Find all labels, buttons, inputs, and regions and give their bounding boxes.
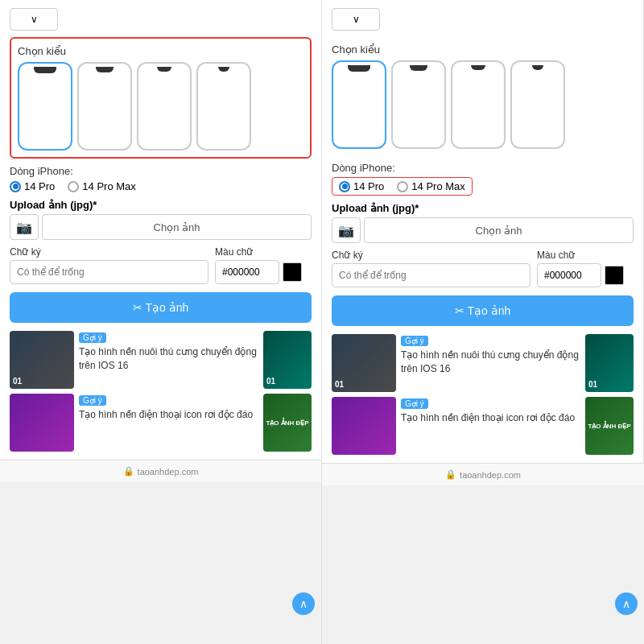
blog-content-0-right: Gợi ý Tạo hình nền nuôi thú cưng chuyển … (401, 334, 580, 392)
mau-chu-input-left[interactable] (215, 260, 279, 284)
radio-circle-14promax-left (68, 181, 79, 192)
radio-group-right-wrapper: 14 Pro 14 Pro Max (332, 177, 634, 196)
phone-frame-2-left[interactable] (137, 62, 192, 151)
create-btn-left[interactable]: ✂ Tạo ảnh (10, 292, 312, 323)
blog-tag-0-left: Gợi ý (79, 332, 106, 343)
phone-frame-0-right[interactable] (332, 60, 386, 149)
thumb-label-0-left: 01 (13, 377, 22, 386)
chon-kieu-label-left: Chọn kiểu (18, 45, 303, 57)
camera-btn-right[interactable]: 📷 (332, 217, 361, 243)
lock-icon-left: 🔒 (123, 466, 134, 477)
footer-url-right: taoanhdep.com (460, 470, 521, 480)
footer-right: 🔒 taoanhdep.com (322, 463, 644, 485)
blog-row-1-left: Gợi ý Tạo hình nền điện thoại icon rơi đ… (10, 394, 312, 452)
radio-circle-14promax-right (397, 181, 408, 192)
scroll-top-btn-left[interactable]: ∧ (292, 592, 315, 615)
dropdown-right[interactable]: ∨ (332, 8, 380, 31)
blog-thumb-1-left[interactable] (10, 394, 74, 452)
dong-iphone-label-right: Dòng iPhone: (332, 162, 634, 174)
phone-notch-2-left (157, 67, 171, 72)
create-btn-label-right: ✂ Tạo ảnh (455, 304, 510, 317)
radio-circle-14pro-right (339, 181, 350, 192)
phone-notch-0-right (348, 65, 370, 72)
footer-left: 🔒 taoanhdep.com (0, 460, 321, 482)
footer-url-left: taoanhdep.com (138, 467, 199, 477)
blog-tag-1-left: Gợi ý (79, 395, 106, 406)
radio-14promax-left[interactable]: 14 Pro Max (68, 180, 135, 192)
choose-photo-btn-left[interactable]: Chọn ảnh (42, 214, 312, 240)
phone-notch-3-left (218, 67, 229, 72)
blog-thumb-right-0-left[interactable]: 01 (263, 331, 312, 389)
blog-title-0-right[interactable]: Tạo hình nền nuôi thú cưng chuyển động t… (401, 349, 580, 376)
chu-ky-label-right: Chữ ký (332, 250, 530, 261)
color-input-row-left (215, 260, 312, 284)
blog-row-1-right: Gợi ý Tạo hình nền điện thoại icon rơi đ… (332, 397, 634, 455)
blog-tag-1-right: Gợi ý (401, 398, 428, 409)
phone-frame-2-right[interactable] (451, 60, 506, 149)
radio-label-14pro-left: 14 Pro (24, 180, 55, 192)
color-swatch-right[interactable] (605, 266, 624, 285)
chon-kieu-label-right: Chọn kiểu (332, 43, 634, 56)
thumb-label-0-right: 01 (335, 380, 344, 389)
mau-chu-label-right: Màu chữ (537, 250, 634, 261)
upload-label-left: Upload ảnh (jpg)* (10, 199, 312, 211)
radio-circle-14pro-left (10, 181, 21, 192)
chu-ky-group-right: Chữ ký (332, 250, 530, 287)
choose-photo-btn-right[interactable]: Chọn ảnh (364, 217, 634, 243)
phone-notch-1-right (410, 65, 427, 71)
blog-posts-right: 01 Gợi ý Tạo hình nền nuôi thú cưng chuy… (332, 334, 634, 455)
phone-options-left (18, 62, 303, 151)
blog-title-1-left[interactable]: Tạo hình nền điện thoại icon rơi độc đáo (79, 408, 258, 422)
thumb-label-right-0-right: 01 (588, 380, 597, 389)
choose-photo-label-right: Chọn ảnh (476, 225, 522, 237)
blog-thumb-right-1-left[interactable]: TẠO ẢNH ĐẸP (263, 394, 312, 452)
fields-row-right: Chữ ký Màu chữ (332, 250, 634, 287)
phone-notch-0-left (34, 67, 56, 73)
blog-title-0-left[interactable]: Tạo hình nền nuôi thú cưng chuyển động t… (79, 345, 258, 373)
chon-kieu-section-right: Chọn kiểu (332, 37, 634, 155)
blog-content-0-left: Gợi ý Tạo hình nền nuôi thú cưng chuyển … (79, 331, 258, 389)
blog-thumb-right-1-right[interactable]: TẠO ẢNH ĐẸP (585, 397, 634, 455)
create-btn-right[interactable]: ✂ Tạo ảnh (332, 295, 634, 326)
blog-thumb-right-0-right[interactable]: 01 (585, 334, 634, 392)
radio-14pro-left[interactable]: 14 Pro (10, 180, 55, 192)
upload-row-right: 📷 Chọn ảnh (332, 217, 634, 243)
chu-ky-label-left: Chữ ký (10, 246, 208, 258)
mau-chu-input-right[interactable] (537, 263, 601, 287)
radio-14promax-right[interactable]: 14 Pro Max (397, 180, 464, 192)
dropdown-left[interactable]: ∨ (10, 8, 58, 31)
chu-ky-input-left[interactable] (10, 260, 208, 284)
blog-thumb-1-right[interactable] (332, 397, 396, 455)
color-swatch-left[interactable] (283, 262, 302, 282)
mau-chu-group-left: Màu chữ (215, 246, 312, 284)
phone-frame-1-left[interactable] (77, 62, 132, 151)
phone-frame-1-right[interactable] (391, 60, 446, 149)
blog-thumb-0-left[interactable]: 01 (10, 331, 74, 389)
blog-row-0-right: 01 Gợi ý Tạo hình nền nuôi thú cưng chuy… (332, 334, 634, 392)
lock-icon-right: 🔒 (445, 469, 456, 480)
thumb-label-right-1-right: TẠO ẢNH ĐẸP (586, 421, 632, 431)
blog-thumb-0-right[interactable]: 01 (332, 334, 396, 392)
chon-kieu-section-left: Chọn kiểu (10, 37, 312, 159)
phone-notch-3-right (532, 65, 543, 70)
radio-label-14pro-right: 14 Pro (353, 180, 384, 192)
mau-chu-group-right: Màu chữ (537, 250, 634, 287)
mau-chu-label-left: Màu chữ (215, 246, 312, 258)
phone-notch-1-left (96, 67, 114, 72)
phone-frame-0-left[interactable] (18, 62, 72, 151)
camera-btn-left[interactable]: 📷 (10, 214, 39, 240)
chevron-down-icon-right: ∨ (353, 14, 360, 25)
blog-posts-left: 01 Gợi ý Tạo hình nền nuôi thú cưng chuy… (10, 331, 312, 452)
radio-14pro-right[interactable]: 14 Pro (339, 180, 384, 192)
phone-options-right (332, 60, 634, 149)
phone-frame-3-right[interactable] (510, 60, 565, 149)
scroll-top-btn-right[interactable]: ∧ (615, 592, 638, 615)
blog-title-1-right[interactable]: Tạo hình nền điện thoại icon rơi độc đáo (401, 411, 580, 425)
radio-label-14promax-right: 14 Pro Max (411, 180, 464, 192)
thumb-label-right-0-left: 01 (266, 377, 275, 386)
chu-ky-input-right[interactable] (332, 263, 530, 287)
phone-notch-2-right (471, 65, 485, 70)
phone-frame-3-left[interactable] (196, 62, 251, 151)
radio-group-left: 14 Pro 14 Pro Max (10, 180, 312, 192)
radio-group-right: 14 Pro 14 Pro Max (332, 177, 473, 196)
